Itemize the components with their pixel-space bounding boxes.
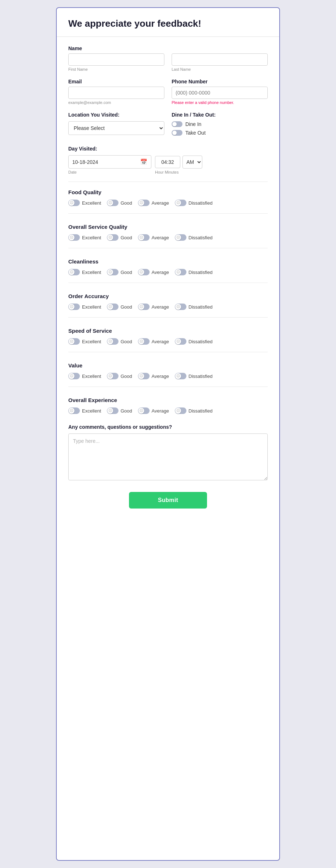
rating-option-food-quality-excellent[interactable]: Excellent xyxy=(68,200,101,206)
divider-rating-0 xyxy=(68,213,268,214)
toggle-icon-speed-service-excellent[interactable] xyxy=(68,338,80,345)
location-select[interactable]: Please Select xyxy=(68,121,164,135)
toggle-icon-cleanliness-excellent[interactable] xyxy=(68,269,80,275)
rating-options-overall-experience: ExcellentGoodAverageDissatisfied xyxy=(68,407,268,414)
rating-option-label-cleanliness-dissatisfied: Dissatisfied xyxy=(189,270,212,275)
rating-option-label-speed-service-excellent: Excellent xyxy=(82,339,101,344)
phone-input[interactable] xyxy=(172,87,268,99)
time-input[interactable] xyxy=(155,156,180,168)
rating-option-label-food-quality-average: Average xyxy=(152,200,169,206)
toggle-icon-value-average[interactable] xyxy=(138,373,150,379)
phone-hint: Please enter a valid phone number. xyxy=(172,100,268,105)
rating-option-overall-experience-average[interactable]: Average xyxy=(138,407,169,414)
toggle-icon-order-accuracy-dissatisfied[interactable] xyxy=(175,304,186,310)
last-name-input[interactable] xyxy=(172,53,268,66)
ampm-select[interactable]: AM PM xyxy=(182,156,202,169)
submit-row: Submit xyxy=(68,492,268,509)
rating-label-order-accuracy: Order Accuracy xyxy=(68,293,268,299)
rating-option-value-average[interactable]: Average xyxy=(138,373,169,379)
rating-option-cleanliness-excellent[interactable]: Excellent xyxy=(68,269,101,275)
rating-option-overall-experience-dissatisfied[interactable]: Dissatisfied xyxy=(175,407,212,414)
toggle-icon-order-accuracy-excellent[interactable] xyxy=(68,304,80,310)
take-out-radio[interactable] xyxy=(172,130,182,136)
rating-option-food-quality-average[interactable]: Average xyxy=(138,200,169,206)
take-out-label: Take Out xyxy=(185,130,206,136)
toggle-icon-overall-experience-good[interactable] xyxy=(107,407,119,414)
rating-option-value-excellent[interactable]: Excellent xyxy=(68,373,101,379)
rating-option-label-speed-service-good: Good xyxy=(121,339,132,344)
rating-option-food-quality-dissatisfied[interactable]: Dissatisfied xyxy=(175,200,212,206)
rating-option-overall-experience-excellent[interactable]: Excellent xyxy=(68,407,101,414)
toggle-icon-value-good[interactable] xyxy=(107,373,119,379)
submit-button[interactable]: Submit xyxy=(129,492,207,509)
day-visited-label: Day Visited: xyxy=(68,146,268,152)
email-group: Email example@example.com xyxy=(68,79,164,105)
phone-group: Phone Number Please enter a valid phone … xyxy=(172,79,268,105)
rating-option-label-overall-experience-excellent: Excellent xyxy=(82,408,101,414)
date-input[interactable] xyxy=(72,159,140,165)
toggle-icon-food-quality-dissatisfied[interactable] xyxy=(175,200,186,206)
rating-option-overall-service-average[interactable]: Average xyxy=(138,234,169,241)
rating-option-food-quality-good[interactable]: Good xyxy=(107,200,132,206)
form-header: We appreciate your feedback! xyxy=(57,8,279,37)
toggle-icon-speed-service-good[interactable] xyxy=(107,338,119,345)
rating-option-cleanliness-good[interactable]: Good xyxy=(107,269,132,275)
toggle-icon-food-quality-average[interactable] xyxy=(138,200,150,206)
toggle-icon-cleanliness-good[interactable] xyxy=(107,269,119,275)
phone-label: Phone Number xyxy=(172,79,268,84)
rating-option-speed-service-average[interactable]: Average xyxy=(138,338,169,345)
toggle-icon-value-dissatisfied[interactable] xyxy=(175,373,186,379)
rating-option-cleanliness-dissatisfied[interactable]: Dissatisfied xyxy=(175,269,212,275)
rating-option-order-accuracy-dissatisfied[interactable]: Dissatisfied xyxy=(175,304,212,310)
rating-label-value: Value xyxy=(68,362,268,368)
toggle-icon-order-accuracy-average[interactable] xyxy=(138,304,150,310)
rating-option-overall-service-excellent[interactable]: Excellent xyxy=(68,234,101,241)
dine-in-radio[interactable] xyxy=(172,121,182,127)
rating-option-value-dissatisfied[interactable]: Dissatisfied xyxy=(175,373,212,379)
toggle-icon-overall-service-average[interactable] xyxy=(138,234,150,241)
rating-option-speed-service-excellent[interactable]: Excellent xyxy=(68,338,101,345)
rating-label-cleanliness: Cleanliness xyxy=(68,258,268,265)
rating-option-overall-experience-good[interactable]: Good xyxy=(107,407,132,414)
take-out-option[interactable]: Take Out xyxy=(172,130,268,136)
toggle-icon-order-accuracy-good[interactable] xyxy=(107,304,119,310)
toggle-icon-overall-service-dissatisfied[interactable] xyxy=(175,234,186,241)
first-name-input[interactable] xyxy=(68,53,164,66)
rating-option-cleanliness-average[interactable]: Average xyxy=(138,269,169,275)
rating-label-overall-experience: Overall Experience xyxy=(68,397,268,403)
toggle-icon-cleanliness-average[interactable] xyxy=(138,269,150,275)
toggle-icon-value-excellent[interactable] xyxy=(68,373,80,379)
last-name-group: Last Name xyxy=(172,53,268,71)
rating-option-label-speed-service-average: Average xyxy=(152,339,169,344)
toggle-icon-overall-service-excellent[interactable] xyxy=(68,234,80,241)
rating-options-overall-service: ExcellentGoodAverageDissatisfied xyxy=(68,234,268,241)
rating-option-order-accuracy-average[interactable]: Average xyxy=(138,304,169,310)
toggle-icon-overall-service-good[interactable] xyxy=(107,234,119,241)
rating-option-speed-service-dissatisfied[interactable]: Dissatisfied xyxy=(175,338,212,345)
rating-option-order-accuracy-good[interactable]: Good xyxy=(107,304,132,310)
calendar-icon[interactable]: 📅 xyxy=(140,158,147,165)
rating-section-overall-experience: Overall ExperienceExcellentGoodAverageDi… xyxy=(68,397,268,414)
rating-option-overall-service-dissatisfied[interactable]: Dissatisfied xyxy=(175,234,212,241)
rating-option-overall-service-good[interactable]: Good xyxy=(107,234,132,241)
rating-option-value-good[interactable]: Good xyxy=(107,373,132,379)
toggle-icon-overall-experience-excellent[interactable] xyxy=(68,407,80,414)
location-label: Location You Visited: xyxy=(68,112,164,118)
rating-option-speed-service-good[interactable]: Good xyxy=(107,338,132,345)
rating-option-label-overall-service-good: Good xyxy=(121,235,132,240)
rating-option-order-accuracy-excellent[interactable]: Excellent xyxy=(68,304,101,310)
dine-in-label: Dine In xyxy=(185,121,201,127)
date-input-wrap: 📅 xyxy=(68,155,151,169)
date-hints: Date Hour Minutes xyxy=(68,170,268,174)
toggle-icon-speed-service-average[interactable] xyxy=(138,338,150,345)
toggle-icon-cleanliness-dissatisfied[interactable] xyxy=(175,269,186,275)
email-phone-row: Email example@example.com Phone Number P… xyxy=(68,79,268,105)
toggle-icon-overall-experience-dissatisfied[interactable] xyxy=(175,407,186,414)
toggle-icon-food-quality-excellent[interactable] xyxy=(68,200,80,206)
comments-textarea[interactable] xyxy=(68,433,268,480)
toggle-icon-food-quality-good[interactable] xyxy=(107,200,119,206)
dine-in-option[interactable]: Dine In xyxy=(172,121,268,127)
toggle-icon-overall-experience-average[interactable] xyxy=(138,407,150,414)
toggle-icon-speed-service-dissatisfied[interactable] xyxy=(175,338,186,345)
email-input[interactable] xyxy=(68,87,164,99)
